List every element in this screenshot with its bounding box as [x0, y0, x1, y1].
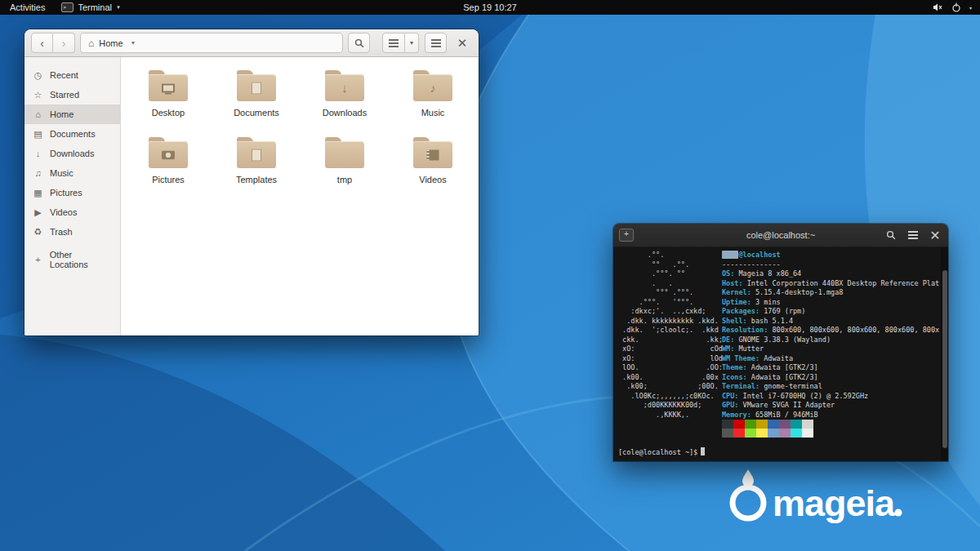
mageia-logo: mageia: [725, 466, 913, 533]
palette-swatch: [768, 429, 779, 438]
sidebar-item-label: Other Locations: [50, 250, 112, 269]
terminal-app-icon: >: [61, 2, 74, 12]
sidebar-item-starred[interactable]: ☆Starred: [24, 85, 120, 104]
new-tab-button[interactable]: +: [619, 229, 634, 242]
sidebar-item-trash[interactable]: ♻Trash: [24, 222, 120, 242]
palette-swatch: [779, 420, 791, 429]
folder-music[interactable]: Music: [389, 69, 477, 136]
folder-videos[interactable]: Videos: [389, 136, 477, 202]
folder-label: tmp: [337, 175, 352, 184]
palette-swatch: [722, 429, 733, 438]
neofetch-info-line: CPU: Intel i7-6700HQ (2) @ 2.592GHz: [722, 392, 940, 402]
palette-swatch: [802, 429, 813, 438]
activities-button[interactable]: Activities: [0, 0, 55, 15]
sidebar-item-label: Home: [50, 109, 74, 119]
close-button[interactable]: ✕: [452, 33, 472, 53]
neofetch-info-line: Memory: 658MiB / 946MiB: [722, 411, 940, 420]
neofetch-info-line: Resolution: 800x600, 800x600, 800x600, 8…: [722, 326, 940, 335]
path-label: Home: [99, 38, 122, 48]
terminal-close-button[interactable]: ✕: [928, 228, 942, 242]
neofetch-separator: --------------: [722, 260, 940, 270]
sidebar-item-downloads[interactable]: ↓Downloads: [24, 144, 120, 163]
neofetch-info-line: Packages: 1769 (rpm): [722, 307, 940, 317]
power-icon: [951, 2, 961, 12]
document-icon: ▤: [33, 129, 43, 140]
mageia-ring-icon: [733, 487, 764, 518]
folder-documents[interactable]: Documents: [212, 69, 301, 136]
terminal-cursor: [701, 447, 705, 455]
film-emblem-icon: [427, 150, 439, 161]
folder-label: Music: [421, 108, 445, 118]
sidebar-item-label: Documents: [50, 129, 96, 139]
neofetch-info-line: GPU: VMware SVGA II Adapter: [722, 401, 940, 411]
folder-label: Desktop: [152, 108, 185, 118]
chevron-down-icon[interactable]: ▼: [131, 40, 142, 46]
folder-pictures[interactable]: Pictures: [124, 136, 212, 202]
hamburger-menu-button[interactable]: [425, 33, 447, 53]
sidebar-item-label: Downloads: [50, 149, 94, 158]
terminal-window: + cole@localhost:~ ✕ .°°. °° .°°. .°°°.: [613, 224, 948, 461]
app-menu-button[interactable]: > Terminal ▼: [55, 0, 127, 15]
sidebar-item-videos[interactable]: ▶Videos: [24, 202, 120, 222]
neofetch-info-line: Kernel: 5.15.4-desktop-1.mga8: [722, 288, 940, 298]
palette-row-2: [722, 429, 940, 438]
sidebar-item-recent[interactable]: ◷Recent: [24, 65, 120, 85]
files-sidebar: ◷Recent☆Starred⌂Home▤Documents↓Downloads…: [24, 57, 121, 335]
search-icon: [354, 38, 364, 48]
sidebar-item-pictures[interactable]: ▦Pictures: [24, 183, 120, 202]
neofetch-info-line: DE: GNOME 3.38.3 (Wayland): [722, 335, 940, 345]
sidebar-item-label: Pictures: [50, 188, 82, 198]
path-segment-home[interactable]: ⌂ Home: [81, 33, 131, 52]
folder-templates[interactable]: Templates: [212, 136, 301, 202]
back-button[interactable]: ‹: [31, 33, 53, 53]
view-toggle-button[interactable]: [382, 33, 405, 53]
path-bar[interactable]: ⌂ Home ▼: [80, 33, 343, 53]
video-icon: ▶: [33, 207, 43, 218]
folder-label: Pictures: [152, 175, 185, 184]
plus-icon: +: [33, 255, 43, 264]
folder-grid: DesktopDocumentsDownloadsMusicPicturesTe…: [124, 69, 479, 202]
terminal-search-button[interactable]: [884, 228, 898, 242]
palette-swatch: [756, 420, 768, 429]
music-emblem-icon: [430, 81, 436, 96]
volume-muted-icon: [933, 2, 943, 12]
sidebar-item-home[interactable]: ⌂Home: [24, 104, 120, 124]
sidebar-item-label: Videos: [50, 207, 77, 217]
neofetch-title-line: cole@localhost: [722, 251, 940, 260]
neofetch-info-line: Uptime: 3 mins: [722, 298, 940, 308]
shell-prompt: [cole@localhost ~]$: [618, 447, 940, 458]
folder-desktop[interactable]: Desktop: [124, 69, 212, 136]
paper-emblem-icon: [252, 82, 261, 95]
files-sidebar-items: ◷Recent☆Starred⌂Home▤Documents↓Downloads…: [24, 65, 120, 242]
trash-icon: ♻: [33, 227, 43, 238]
neofetch-info-line: Shell: bash 5.1.4: [722, 317, 940, 327]
home-icon: ⌂: [88, 38, 94, 49]
palette-row-1: [722, 420, 940, 429]
hostname: @localhost: [738, 251, 780, 259]
sidebar-item-music[interactable]: ♫Music: [24, 163, 120, 183]
search-button[interactable]: [348, 33, 370, 53]
activities-label: Activities: [10, 2, 45, 12]
download-icon: ↓: [33, 149, 43, 158]
neofetch-info-line: Theme: Adwaita [GTK2/3]: [722, 363, 940, 373]
app-menu-label: Terminal: [78, 2, 112, 12]
scrollbar-thumb[interactable]: [942, 270, 947, 448]
sidebar-item-documents[interactable]: ▤Documents: [24, 124, 120, 144]
arrow-emblem-icon: [341, 81, 348, 96]
desktop-emblem-icon: [162, 84, 175, 93]
palette-swatch: [722, 420, 733, 429]
view-options-dropdown[interactable]: ▼: [405, 33, 419, 53]
sidebar-item-other-locations[interactable]: + Other Locations: [24, 250, 120, 269]
sidebar-item-label: Trash: [50, 227, 73, 237]
terminal-scrollbar[interactable]: [941, 247, 948, 461]
system-status-area[interactable]: ▾: [933, 0, 980, 15]
folder-downloads[interactable]: Downloads: [301, 69, 389, 136]
folder-tmp[interactable]: tmp: [301, 136, 389, 202]
terminal-body[interactable]: .°°. °° .°°. .°°°. °° . . °°° .°°°. .°°°…: [613, 247, 948, 461]
files-content-area[interactable]: DesktopDocumentsDownloadsMusicPicturesTe…: [121, 57, 479, 335]
prompt-text: [cole@localhost ~]$: [618, 448, 697, 456]
clock-button[interactable]: Sep 19 10:27: [463, 0, 516, 15]
terminal-menu-button[interactable]: [906, 228, 920, 242]
folder-icon: [237, 137, 276, 168]
forward-button[interactable]: ›: [53, 33, 75, 53]
